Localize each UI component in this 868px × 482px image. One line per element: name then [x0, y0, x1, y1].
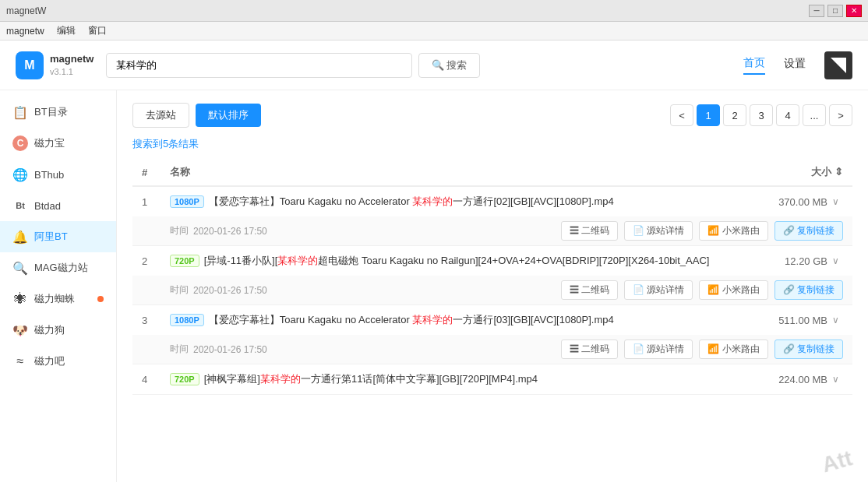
warning-badge [97, 296, 104, 302]
page-3-button[interactable]: 3 [750, 104, 773, 126]
sidebar-item-bt-catalog[interactable]: 📋 BT目录 [0, 97, 116, 128]
result-name-2: 720P [异域-11番小队][某科学的超电磁炮 Toaru Kagaku no… [170, 254, 734, 268]
magdog-icon: 🐶 [12, 322, 28, 338]
table-row: 4 720P [神枫字幕组]某科学的一方通行第11话[简体中文字幕][GB][7… [132, 364, 852, 395]
sidebar-item-label-magspider: 磁力蜘蛛 [34, 292, 75, 306]
result-main-3[interactable]: 3 1080P 【爱恋字幕社】Toaru Kagaku no Accelerat… [132, 305, 852, 335]
highlight-2: 某科学的 [277, 255, 318, 266]
main-content: 去源站 默认排序 < 1 2 3 4 ... > 搜索到5条结果 # 名称 [117, 90, 868, 482]
copy-link-btn-1[interactable]: 🔗 复制链接 [774, 221, 843, 241]
result-num-1: 1 [142, 196, 170, 208]
sidebar-item-alibt[interactable]: 🔔 阿里BT [0, 221, 116, 252]
highlight-3: 某科学的 [412, 314, 453, 325]
result-num-3: 3 [142, 315, 170, 326]
sidebar-item-magspider[interactable]: 🕷 磁力蜘蛛 [0, 283, 116, 315]
menu-item-magnetw[interactable]: magnetw [6, 26, 44, 37]
result-main-2[interactable]: 2 720P [异域-11番小队][某科学的超电磁炮 Toaru Kagaku … [132, 246, 852, 276]
table-row: 1 1080P 【爱恋字幕社】Toaru Kagaku no Accelerat… [132, 187, 852, 246]
table-row: 3 1080P 【爱恋字幕社】Toaru Kagaku no Accelerat… [132, 305, 852, 364]
search-input[interactable] [106, 53, 411, 78]
logo-icon: M [16, 51, 44, 79]
header: M magnetw v3.1.1 🔍 搜索 首页 设置 [0, 40, 868, 90]
body-layout: 📋 BT目录 C 磁力宝 🌐 BThub Bt Btdad 🔔 阿里BT 🔍 [0, 90, 868, 482]
toolbar: 去源站 默认排序 < 1 2 3 4 ... > [132, 103, 852, 128]
prev-page-button[interactable]: < [670, 104, 693, 126]
expand-icon-1[interactable]: ∨ [827, 196, 843, 207]
result-name-3: 1080P 【爱恋字幕社】Toaru Kagaku no Accelerator… [170, 313, 734, 327]
result-size-4: 224.00 MB [734, 374, 827, 385]
copy-link-btn-3[interactable]: 🔗 复制链接 [774, 340, 843, 359]
sidebar: 📋 BT目录 C 磁力宝 🌐 BThub Bt Btdad 🔔 阿里BT 🔍 [0, 90, 117, 482]
detail-actions-3: ☰ 二维码 📄 源站详情 📶 小米路由 🔗 复制链接 [561, 340, 843, 359]
xiaomi-btn-3[interactable]: 📶 小米路由 [699, 340, 767, 359]
sidebar-item-label-bthub: BThub [34, 169, 64, 181]
xiaomi-btn-2[interactable]: 📶 小米路由 [699, 280, 767, 300]
sidebar-item-magdog[interactable]: 🐶 磁力狗 [0, 315, 116, 346]
cilibo-icon: C [12, 135, 28, 151]
page-more-button[interactable]: ... [803, 104, 826, 126]
result-table: # 名称 大小 ⇕ 1 1080P 【爱恋字幕社】Toaru Kagaku no… [132, 159, 852, 395]
source-detail-btn-2[interactable]: 📄 源站详情 [624, 280, 693, 300]
qrcode-btn-2[interactable]: ☰ 二维码 [561, 280, 618, 300]
titlebar: magnetW ─ □ ✕ [0, 0, 868, 22]
next-page-button[interactable]: > [829, 104, 852, 126]
result-name-1: 1080P 【爱恋字幕社】Toaru Kagaku no Accelerator… [170, 195, 734, 209]
copy-link-btn-2[interactable]: 🔗 复制链接 [774, 280, 843, 300]
sidebar-item-label-magdog: 磁力狗 [34, 323, 65, 337]
result-detail-1: 时间 2020-01-26 17:50 ☰ 二维码 📄 源站详情 📶 小米路由 … [132, 216, 852, 245]
qrcode-btn-3[interactable]: ☰ 二维码 [561, 340, 618, 359]
magstation-icon: 🔍 [12, 260, 28, 276]
titlebar-title: magnetW [6, 5, 809, 16]
sidebar-item-magba[interactable]: ≈ 磁力吧 [0, 346, 116, 377]
search-area: 🔍 搜索 [106, 53, 480, 78]
close-button[interactable]: ✕ [846, 5, 862, 17]
highlight-4: 某科学的 [260, 373, 301, 385]
source-detail-btn-1[interactable]: 📄 源站详情 [624, 221, 693, 241]
result-num-2: 2 [142, 255, 170, 267]
pagination: < 1 2 3 4 ... > [670, 104, 852, 126]
qrcode-btn-1[interactable]: ☰ 二维码 [561, 221, 618, 241]
tag-720p-2: 720P [170, 255, 199, 267]
result-num-4: 4 [142, 374, 170, 385]
sidebar-item-magstation[interactable]: 🔍 MAG磁力站 [0, 252, 116, 283]
minimize-button[interactable]: ─ [809, 5, 824, 17]
source-button[interactable]: 去源站 [132, 103, 189, 128]
tag-1080p-1: 1080P [170, 195, 204, 208]
page-4-button[interactable]: 4 [776, 104, 799, 126]
sidebar-item-cilibo[interactable]: C 磁力宝 [0, 128, 116, 159]
col-num-header: # [142, 167, 170, 178]
page-2-button[interactable]: 2 [723, 104, 746, 126]
detail-time-3: 时间 2020-01-26 17:50 [170, 343, 267, 356]
avatar [824, 51, 852, 79]
result-title-2: [异域-11番小队][某科学的超电磁炮 Toaru Kagaku no Rail… [204, 254, 710, 268]
nav-home[interactable]: 首页 [743, 56, 765, 75]
page-1-button[interactable]: 1 [697, 104, 720, 126]
tag-720p-4: 720P [170, 373, 199, 385]
svg-marker-0 [831, 58, 846, 73]
search-button[interactable]: 🔍 搜索 [418, 53, 481, 78]
result-size-3: 511.00 MB [734, 315, 827, 326]
menu-item-window[interactable]: 窗口 [88, 24, 107, 37]
alibt-icon: 🔔 [12, 229, 28, 245]
xiaomi-btn-1[interactable]: 📶 小米路由 [699, 221, 767, 241]
tag-1080p-3: 1080P [170, 314, 204, 326]
sidebar-item-btdad[interactable]: Bt Btdad [0, 190, 116, 221]
sort-button[interactable]: 默认排序 [196, 104, 261, 127]
source-detail-btn-3[interactable]: 📄 源站详情 [624, 340, 693, 359]
time-value-1: 2020-01-26 17:50 [193, 226, 267, 237]
result-main-4[interactable]: 4 720P [神枫字幕组]某科学的一方通行第11话[简体中文字幕][GB][7… [132, 364, 852, 394]
expand-icon-4[interactable]: ∨ [827, 374, 843, 385]
result-main-1[interactable]: 1 1080P 【爱恋字幕社】Toaru Kagaku no Accelerat… [132, 187, 852, 216]
maximize-button[interactable]: □ [827, 5, 843, 17]
result-count: 搜索到5条结果 [132, 137, 852, 151]
expand-icon-2[interactable]: ∨ [827, 255, 843, 266]
result-detail-2: 时间 2020-01-26 17:50 ☰ 二维码 📄 源站详情 📶 小米路由 … [132, 276, 852, 304]
sidebar-item-label-btdad: Btdad [34, 200, 61, 212]
menu-item-edit[interactable]: 编辑 [57, 24, 76, 37]
col-size-header: 大小 ⇕ [750, 165, 843, 179]
expand-icon-3[interactable]: ∨ [827, 315, 843, 325]
nav-settings[interactable]: 设置 [784, 57, 806, 74]
sidebar-item-bthub[interactable]: 🌐 BThub [0, 159, 116, 190]
time-value-3: 2020-01-26 17:50 [193, 344, 267, 355]
detail-actions-1: ☰ 二维码 📄 源站详情 📶 小米路由 🔗 复制链接 [561, 221, 843, 241]
